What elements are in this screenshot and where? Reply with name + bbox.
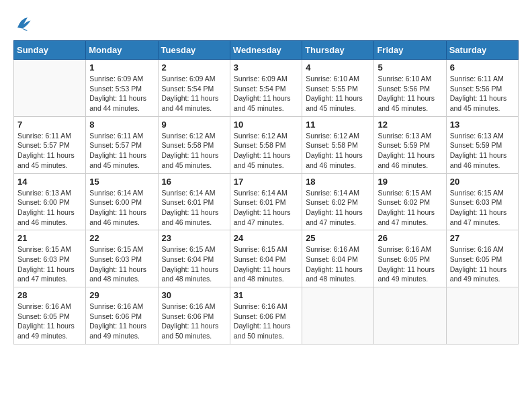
calendar-cell: 19Sunrise: 6:15 AMSunset: 6:02 PMDayligh… [374,173,446,230]
calendar-cell: 27Sunrise: 6:16 AMSunset: 6:05 PMDayligh… [446,230,518,287]
day-number: 12 [378,120,442,130]
day-info: Sunrise: 6:15 AMSunset: 6:04 PMDaylight:… [162,244,226,284]
day-info: Sunrise: 6:09 AMSunset: 5:54 PMDaylight:… [162,74,226,113]
day-info: Sunrise: 6:14 AMSunset: 6:01 PMDaylight:… [234,188,298,228]
day-of-week-header: Monday [86,41,158,60]
calendar-cell: 10Sunrise: 6:12 AMSunset: 5:58 PMDayligh… [230,116,302,173]
calendar-cell [14,60,86,117]
day-number: 4 [306,62,370,73]
calendar-cell: 1Sunrise: 6:09 AMSunset: 5:53 PMDaylight… [86,60,158,117]
day-number: 7 [17,120,82,130]
day-number: 21 [17,233,82,243]
calendar-cell: 4Sunrise: 6:10 AMSunset: 5:55 PMDaylight… [302,60,374,117]
day-info: Sunrise: 6:16 AMSunset: 6:06 PMDaylight:… [162,302,226,341]
calendar-cell: 14Sunrise: 6:13 AMSunset: 6:00 PMDayligh… [14,173,86,230]
day-info: Sunrise: 6:10 AMSunset: 5:56 PMDaylight:… [378,74,442,113]
day-of-week-header: Saturday [446,41,518,60]
calendar-table: SundayMondayTuesdayWednesdayThursdayFrid… [13,40,519,345]
calendar-cell: 25Sunrise: 6:16 AMSunset: 6:04 PMDayligh… [302,230,374,287]
calendar-cell: 2Sunrise: 6:09 AMSunset: 5:54 PMDaylight… [158,60,230,117]
calendar-cell: 16Sunrise: 6:14 AMSunset: 6:01 PMDayligh… [158,173,230,230]
calendar-week-row: 7Sunrise: 6:11 AMSunset: 5:57 PMDaylight… [14,116,519,173]
day-info: Sunrise: 6:15 AMSunset: 6:03 PMDaylight:… [17,244,82,284]
day-info: Sunrise: 6:15 AMSunset: 6:03 PMDaylight:… [450,188,515,228]
day-info: Sunrise: 6:16 AMSunset: 6:05 PMDaylight:… [450,244,515,284]
day-number: 31 [234,290,298,300]
day-info: Sunrise: 6:16 AMSunset: 6:06 PMDaylight:… [234,302,298,341]
day-number: 16 [162,177,226,187]
day-info: Sunrise: 6:14 AMSunset: 6:01 PMDaylight:… [162,188,226,228]
calendar-cell: 20Sunrise: 6:15 AMSunset: 6:03 PMDayligh… [446,173,518,230]
calendar-cell: 6Sunrise: 6:11 AMSunset: 5:56 PMDaylight… [446,60,518,117]
day-number: 13 [450,120,515,130]
day-of-week-header: Thursday [302,41,374,60]
day-info: Sunrise: 6:11 AMSunset: 5:57 PMDaylight:… [89,131,154,171]
day-number: 29 [89,290,154,300]
day-info: Sunrise: 6:09 AMSunset: 5:53 PMDaylight:… [89,74,154,113]
day-info: Sunrise: 6:13 AMSunset: 6:00 PMDaylight:… [17,188,82,228]
calendar-week-row: 14Sunrise: 6:13 AMSunset: 6:00 PMDayligh… [14,173,519,230]
day-info: Sunrise: 6:16 AMSunset: 6:06 PMDaylight:… [89,302,154,341]
day-number: 1 [89,62,154,73]
calendar-cell: 22Sunrise: 6:15 AMSunset: 6:03 PMDayligh… [86,230,158,287]
logo [13,13,36,34]
calendar-cell: 21Sunrise: 6:15 AMSunset: 6:03 PMDayligh… [14,230,86,287]
day-number: 5 [378,62,442,73]
calendar-cell: 3Sunrise: 6:09 AMSunset: 5:54 PMDaylight… [230,60,302,117]
day-number: 28 [17,290,82,300]
day-number: 24 [234,233,298,243]
day-number: 26 [378,233,442,243]
day-number: 14 [17,177,82,187]
calendar-cell: 26Sunrise: 6:16 AMSunset: 6:05 PMDayligh… [374,230,446,287]
day-info: Sunrise: 6:13 AMSunset: 5:59 PMDaylight:… [450,131,515,171]
day-number: 3 [234,62,298,73]
calendar-cell: 29Sunrise: 6:16 AMSunset: 6:06 PMDayligh… [86,287,158,345]
day-info: Sunrise: 6:16 AMSunset: 6:05 PMDaylight:… [378,244,442,284]
calendar-cell [374,287,446,345]
day-number: 25 [306,233,370,243]
day-of-week-header: Wednesday [230,41,302,60]
day-info: Sunrise: 6:14 AMSunset: 6:00 PMDaylight:… [89,188,154,228]
day-number: 18 [306,177,370,187]
day-number: 23 [162,233,226,243]
day-number: 27 [450,233,515,243]
day-info: Sunrise: 6:12 AMSunset: 5:58 PMDaylight:… [162,131,226,171]
day-info: Sunrise: 6:16 AMSunset: 6:05 PMDaylight:… [17,302,82,341]
day-number: 2 [162,62,226,73]
calendar-cell: 24Sunrise: 6:15 AMSunset: 6:04 PMDayligh… [230,230,302,287]
calendar-cell: 28Sunrise: 6:16 AMSunset: 6:05 PMDayligh… [14,287,86,345]
day-info: Sunrise: 6:09 AMSunset: 5:54 PMDaylight:… [234,74,298,113]
calendar-cell: 9Sunrise: 6:12 AMSunset: 5:58 PMDaylight… [158,116,230,173]
calendar-cell [302,287,374,345]
day-number: 17 [234,177,298,187]
day-info: Sunrise: 6:11 AMSunset: 5:56 PMDaylight:… [450,74,515,113]
calendar-cell: 12Sunrise: 6:13 AMSunset: 5:59 PMDayligh… [374,116,446,173]
calendar-cell: 8Sunrise: 6:11 AMSunset: 5:57 PMDaylight… [86,116,158,173]
calendar-cell: 13Sunrise: 6:13 AMSunset: 5:59 PMDayligh… [446,116,518,173]
day-number: 9 [162,120,226,130]
day-info: Sunrise: 6:12 AMSunset: 5:58 PMDaylight:… [234,131,298,171]
day-info: Sunrise: 6:11 AMSunset: 5:57 PMDaylight:… [17,131,82,171]
day-info: Sunrise: 6:16 AMSunset: 6:04 PMDaylight:… [306,244,370,284]
day-number: 30 [162,290,226,300]
day-number: 10 [234,120,298,130]
day-info: Sunrise: 6:15 AMSunset: 6:04 PMDaylight:… [234,244,298,284]
day-info: Sunrise: 6:10 AMSunset: 5:55 PMDaylight:… [306,74,370,113]
calendar-cell: 31Sunrise: 6:16 AMSunset: 6:06 PMDayligh… [230,287,302,345]
calendar-cell: 17Sunrise: 6:14 AMSunset: 6:01 PMDayligh… [230,173,302,230]
day-number: 19 [378,177,442,187]
day-number: 6 [450,62,515,73]
logo-icon [13,13,34,34]
day-number: 22 [89,233,154,243]
calendar-cell: 5Sunrise: 6:10 AMSunset: 5:56 PMDaylight… [374,60,446,117]
day-info: Sunrise: 6:13 AMSunset: 5:59 PMDaylight:… [378,131,442,171]
calendar-cell: 15Sunrise: 6:14 AMSunset: 6:00 PMDayligh… [86,173,158,230]
calendar-cell: 18Sunrise: 6:14 AMSunset: 6:02 PMDayligh… [302,173,374,230]
calendar-week-row: 21Sunrise: 6:15 AMSunset: 6:03 PMDayligh… [14,230,519,287]
day-of-week-header: Tuesday [158,41,230,60]
day-info: Sunrise: 6:15 AMSunset: 6:03 PMDaylight:… [89,244,154,284]
calendar-header-row: SundayMondayTuesdayWednesdayThursdayFrid… [14,41,519,60]
day-of-week-header: Sunday [14,41,86,60]
day-number: 15 [89,177,154,187]
day-info: Sunrise: 6:12 AMSunset: 5:58 PMDaylight:… [306,131,370,171]
